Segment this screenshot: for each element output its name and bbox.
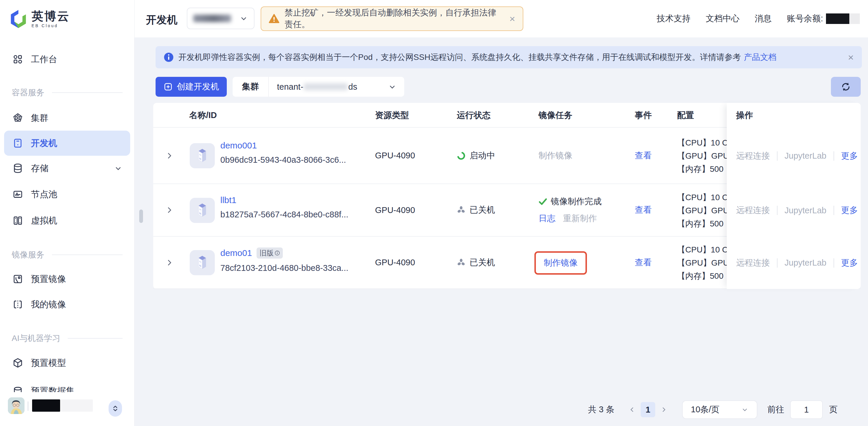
operations-sticky-column: 操作 远程连接 JupyterLab 更多 远程连接 JupyterLab 更多 [727,103,861,289]
instance-name-link[interactable]: demo001 [220,141,346,150]
warning-text: 禁止挖矿，一经发现后自动删除相关实例，自行承担法律责任。 [285,7,504,30]
instance-name-block: demo001 0b96dc91-5943-40a3-8066-3c6... [220,141,346,165]
fan-off-icon [457,206,466,215]
docs-link[interactable]: 文档中心 [706,13,740,25]
info-text: 开发机即弹性容器实例，每个容器实例相当于一个Pod，支持公网SSH远程访问、系统… [178,52,741,63]
event-view-link[interactable]: 查看 [635,237,652,288]
legacy-badge: 旧版 [256,248,283,259]
sidebar-item-preset-images[interactable]: 预置镜像 [0,266,134,292]
avatar[interactable] [8,397,25,414]
instance-name-link[interactable]: demo01 [220,248,252,258]
sidebar-item-storage[interactable]: 存储 [0,156,134,181]
cluster-value-suffix: ds [348,82,357,92]
col-type: 资源类型 [375,103,409,128]
warning-close-icon[interactable]: × [509,14,515,24]
section-divider [52,255,123,255]
run-status: 已关机 [457,237,495,288]
username-redacted-tail [61,399,93,412]
image-task-done: 镜像制作完成 日志 重新制作 [538,184,601,236]
create-button-label: 创建开发机 [177,81,219,93]
more-link[interactable]: 更多 [841,257,858,269]
sidebar-item-label: 开发机 [31,137,57,149]
page-number[interactable]: 1 [641,402,655,417]
info-close-icon[interactable]: × [848,52,854,62]
page-title: 开发机 [146,13,178,27]
user-bar [0,392,134,426]
status-text: 启动中 [470,150,495,162]
brand-subtitle: EB Cloud [32,23,70,28]
page-size-value: 10条/页 [691,404,719,416]
expand-chevron-icon[interactable] [165,237,174,288]
goto-page-input[interactable] [790,400,823,419]
account-switcher-button[interactable] [108,400,122,417]
environment-select[interactable] [187,8,254,29]
cluster-select[interactable]: 集群 tenant- ds [232,77,404,97]
sidebar-item-label: 预置模型 [31,357,66,369]
task-rebuild[interactable]: 重新制作 [563,213,597,224]
sidebar-section-label: 容器服务 [12,87,44,98]
remote-connect-link[interactable]: 远程连接 [736,257,770,269]
jupyterlab-link[interactable]: JupyterLab [784,258,827,267]
sidebar-item-workbench[interactable]: 工作台 [0,47,134,72]
sidebar-item-vm[interactable]: 虚拟机 [0,208,134,233]
refresh-button[interactable] [831,77,861,97]
more-link[interactable]: 更多 [841,204,858,216]
row-operations: 远程连接 JupyterLab 更多 [727,128,861,184]
ops-divider [777,206,777,215]
product-docs-link[interactable]: 产品文档 [744,52,776,63]
cluster-value: tenant- ds [269,82,357,92]
sidebar-item-label: 工作台 [31,54,57,65]
fan-off-icon [457,258,466,267]
jupyterlab-link[interactable]: JupyterLab [784,206,827,215]
devmachine-table: 名称/ID 资源类型 运行状态 镜像任务 事件 配置 [153,103,861,289]
sidebar-item-cluster[interactable]: 集群 [0,106,134,131]
sidebar-collapse-handle[interactable] [139,209,143,223]
total-count: 共 3 条 [588,404,614,416]
plus-square-icon [163,82,173,91]
expand-chevron-icon[interactable] [165,184,174,236]
resource-type: GPU-4090 [375,237,415,288]
expand-chevron-icon[interactable] [165,128,174,183]
balance-redacted [826,13,849,24]
event-view-link[interactable]: 查看 [635,128,652,183]
resource-type: GPU-4090 [375,184,415,236]
event-view-link[interactable]: 查看 [635,184,652,236]
annotation-highlight-box: 制作镜像 [534,251,587,275]
status-text: 已关机 [470,204,495,216]
make-image-link[interactable]: 制作镜像 [544,257,578,269]
col-operations: 操作 [736,103,753,128]
sidebar-item-label: 节点池 [31,189,57,200]
create-devmachine-button[interactable]: 创建开发机 [156,77,227,97]
brand-logo-icon [9,9,28,29]
support-link[interactable]: 技术支持 [657,13,690,25]
brand-name: 英博云 [32,9,70,23]
sidebar-section-label: AI与机器学习 [12,333,60,344]
sidebar-item-devmachine[interactable]: 开发机 [4,131,130,156]
next-page-icon[interactable] [659,405,668,414]
cube-icon [12,357,23,368]
task-log-link[interactable]: 日志 [538,213,555,224]
instance-name-link[interactable]: llbt1 [220,195,348,205]
chevron-down-icon [741,406,749,414]
sidebar-item-label: 我的镜像 [31,299,66,311]
goto-label: 前往 [767,404,784,416]
col-event: 事件 [635,103,652,128]
info-icon [164,52,174,62]
ops-divider [834,151,834,161]
sidebar-item-my-images[interactable]: 我的镜像 [0,292,134,317]
sidebar-item-preset-models[interactable]: 预置模型 [0,350,134,375]
info-circle-icon [275,250,280,256]
remote-connect-link[interactable]: 远程连接 [736,204,770,216]
chevron-down-icon [239,14,248,23]
info-banner: 开发机即弹性容器实例，每个容器实例相当于一个Pod，支持公网SSH远程访问、系统… [156,46,862,68]
jupyterlab-link[interactable]: JupyterLab [784,151,827,161]
row-operations: 远程连接 JupyterLab 更多 [727,184,861,237]
remote-connect-link[interactable]: 远程连接 [736,150,770,162]
sidebar-item-nodepool[interactable]: 节点池 [0,182,134,207]
check-icon [538,198,547,206]
messages-link[interactable]: 消息 [755,13,772,25]
more-link[interactable]: 更多 [841,150,858,162]
prev-page-icon[interactable] [628,405,637,414]
warning-banner: 禁止挖矿，一经发现后自动删除相关实例，自行承担法律责任。 × [260,6,523,31]
page-size-select[interactable]: 10条/页 [682,400,757,419]
